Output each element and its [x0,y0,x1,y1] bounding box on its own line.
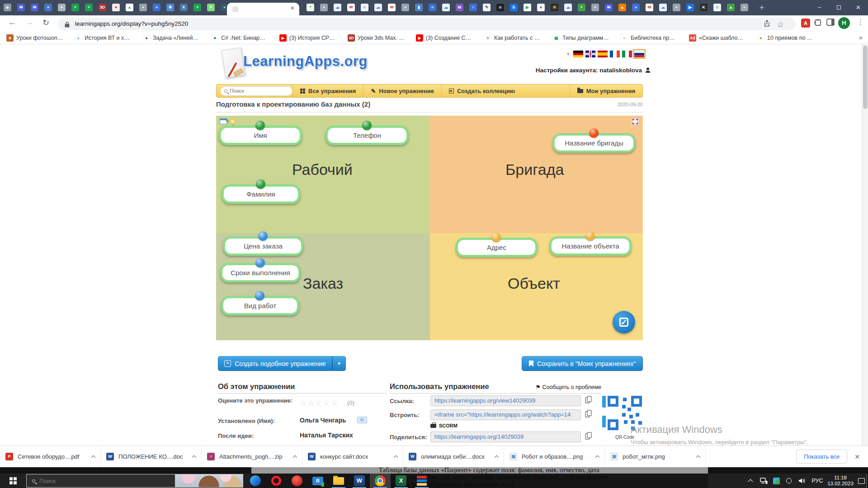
pinned-tab[interactable]: ● [591,4,599,11]
bookmark-item[interactable]: ★ Уроки фотошопа:... [6,34,63,42]
pinned-tab[interactable]: ✉ [31,4,38,11]
pinned-tab[interactable]: ✉ [347,4,355,11]
language-indicator[interactable]: РУС [809,474,826,488]
flag-german[interactable] [573,51,583,57]
bookmark-item[interactable]: ● Задача «Линейный... [143,34,200,42]
chevron-up-icon[interactable] [192,455,197,460]
pinned-tab[interactable]: ▲ [618,4,626,11]
pinned-tab[interactable]: ● [112,4,120,11]
pinned-tab[interactable]: ● [401,4,409,11]
bookmark-item[interactable]: Ad «Скажи шаблонам... [689,34,746,42]
taskbar-chrome[interactable] [370,474,391,488]
share-icon[interactable] [764,20,770,28]
download-item[interactable]: W конкурс сайт.docx [302,446,403,467]
pinned-tab[interactable]: + [71,4,79,11]
bookmark-item[interactable]: A Как работать с тек... [484,34,541,42]
share-input[interactable]: https://learningapps.org/14029039 [430,432,581,442]
pinned-tab[interactable]: ☁ [334,4,341,11]
save-to-my-exercises-button[interactable]: Сохранить в "Моих упражнениях" [522,356,643,371]
pinned-tab[interactable]: b [510,4,518,11]
link-input[interactable]: https://learningapps.org/view14029039 [430,395,581,406]
rating-stars[interactable]: ☆☆☆☆☆ [300,398,339,408]
bookmark-item[interactable]: ≡ Библиотека прогр... [621,34,678,42]
pinned-tab[interactable]: ❄ [166,4,174,11]
pinned-tab[interactable]: Ж [551,4,558,11]
tray-chevron-icon[interactable] [745,474,756,488]
pinned-tab[interactable]: ■ [153,4,160,11]
pinned-tab[interactable]: n [496,4,504,11]
start-button[interactable] [0,474,26,488]
chevron-up-icon[interactable] [495,455,499,460]
nav-all-exercises[interactable]: Все упражнения [292,84,363,97]
pinned-tab[interactable]: ▶ [686,4,694,11]
fullscreen-icon[interactable] [631,117,639,126]
taskbar-search[interactable] [26,474,243,488]
download-item[interactable]: W ПОЛОЖЕНИЕ КО....doc [101,446,202,467]
pinned-tab[interactable]: ✉ [388,4,396,11]
pinned-tab[interactable]: Р [207,4,215,11]
pinned-tab[interactable]: + [578,4,585,11]
pinned-tab[interactable]: ▲ [727,4,735,11]
learningapps-logo-icon[interactable] [221,47,245,78]
pinned-tab[interactable]: ◆ [4,4,11,11]
address-bar[interactable]: learningapps.org/display?v=puhg5ny2520 ☆ [58,18,796,30]
site-search[interactable] [220,86,292,96]
connection-dot[interactable] [255,258,265,267]
pinned-tab[interactable]: ≡ [361,4,368,11]
account-settings-link[interactable]: Настройки аккаунта: nataliskoblova [511,67,651,74]
pinned-tab[interactable]: ▲ [126,4,133,11]
pinned-tab[interactable]: ≡ [469,4,477,11]
connection-dot[interactable] [255,121,265,130]
pinned-tab[interactable]: ✉ [17,4,25,11]
pinned-tab[interactable]: ☁ [659,4,667,11]
pinned-tab[interactable]: ■ [429,4,436,11]
taskbar-search-input[interactable] [39,478,139,484]
pinned-tab[interactable]: ✉ [605,4,613,11]
copy-icon[interactable] [585,396,592,406]
pinned-tab[interactable]: ● [673,4,680,11]
taskbar-opera[interactable] [266,474,287,488]
connection-dot[interactable] [589,128,599,138]
download-item[interactable]: ≡ Attachments_pogh....zip [202,446,302,467]
taskbar-explorer[interactable] [328,474,349,488]
pinned-tab[interactable]: ☁ [564,4,572,11]
tray-circle-icon[interactable] [783,474,795,488]
pinned-tab[interactable]: ● [44,4,52,11]
connection-dot[interactable] [491,233,501,242]
pinned-tab[interactable]: M [456,4,463,11]
show-desktop-button[interactable] [866,474,868,488]
adobe-extension-icon[interactable]: A [801,19,810,28]
taskbar-excel[interactable]: X [391,474,411,488]
pinned-tab[interactable]: ≡ [713,4,721,11]
download-item[interactable]: ▦ Робот и образов....png [504,446,605,467]
pinned-tab[interactable]: ✎ [483,4,491,11]
chevron-up-icon[interactable] [696,455,701,460]
check-answer-button[interactable]: ✓ [613,311,635,333]
flag-english[interactable] [585,51,595,57]
back-icon[interactable]: ← [8,18,16,27]
scrollbar-thumb[interactable] [863,46,868,109]
close-downloads-icon[interactable]: ✕ [854,453,860,460]
site-logo[interactable]: LearningApps.org [243,53,368,70]
pinned-tab[interactable]: ▶ [524,4,531,11]
search-input[interactable] [230,88,283,94]
connection-dot[interactable] [258,231,268,241]
padlock-icon[interactable] [65,21,70,29]
nav-create-collection[interactable]: Создать коллекцию [441,84,522,97]
help-icon[interactable]: ✓? [220,118,227,124]
pinned-tab[interactable]: ▮ [415,4,423,11]
bookmark-item[interactable]: ▶ (3) История CPU In... [279,34,336,42]
flag-russian[interactable] [634,51,644,57]
pinned-tab[interactable]: ■ [632,4,640,11]
create-similar-dropdown[interactable]: ▾ [332,356,346,371]
pinned-tab[interactable]: ● [741,4,748,11]
pinned-tab[interactable]: ● [58,4,66,11]
pinned-tab[interactable]: ☁ [442,4,450,11]
pinned-tab[interactable]: 3D [99,4,106,11]
chevron-up-icon[interactable] [293,455,297,460]
chevron-up-icon[interactable] [595,455,600,460]
copy-icon[interactable] [585,432,592,442]
pinned-tab[interactable]: ☁ [374,4,382,11]
taskbar-winrar[interactable] [411,474,432,488]
pinned-tab[interactable]: К [180,4,188,11]
